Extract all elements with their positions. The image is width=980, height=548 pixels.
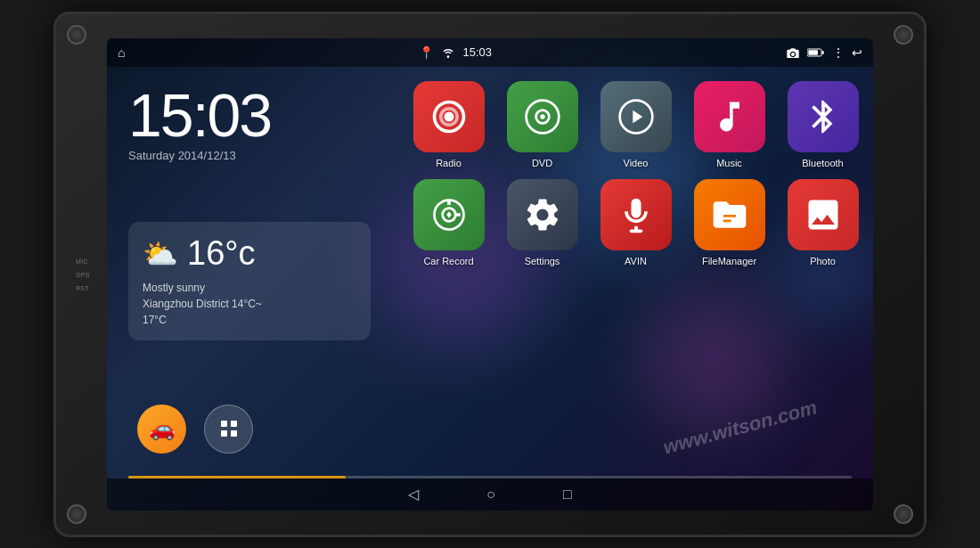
app-radio[interactable]: Radio (406, 81, 491, 168)
clock-time: 15:03 (128, 85, 371, 145)
svg-point-10 (540, 114, 545, 119)
dock-row: 🚗 (128, 401, 371, 461)
app-video[interactable]: Video (593, 81, 678, 168)
screen: ⌂ 📍 15:03 ⋮ (107, 38, 873, 511)
app-dvd-box (507, 81, 578, 152)
svg-rect-20 (723, 219, 731, 222)
avin-icon (617, 195, 656, 234)
app-photo-label: Photo (810, 256, 836, 266)
app-avin-box (600, 179, 672, 250)
screw-bl (67, 504, 86, 524)
location-icon: 📍 (419, 45, 434, 60)
nav-back-button[interactable]: ◁ (401, 482, 426, 506)
status-right: ⋮ ↩ (786, 45, 862, 60)
app-bluetooth[interactable]: Bluetooth (780, 81, 865, 168)
nav-bar: ◁ ○ □ (107, 478, 873, 511)
weather-temperature: 16°c (187, 234, 255, 273)
screw-tr (894, 25, 913, 45)
wifi-icon (441, 47, 455, 58)
main-content: 15:03 Saturday 2014/12/13 ⛅ 16°c Mostly … (107, 67, 873, 478)
menu-icon[interactable]: ⋮ (832, 45, 845, 60)
clock-display: 15:03 Saturday 2014/12/13 (128, 85, 371, 162)
back-status-icon[interactable]: ↩ (852, 45, 862, 60)
svg-rect-18 (629, 229, 642, 233)
home-icon[interactable]: ⌂ (118, 45, 125, 60)
app-photo-box (788, 179, 859, 250)
app-settings[interactable]: Settings (500, 179, 584, 266)
screw-tl (67, 25, 86, 45)
filemanager-icon (710, 195, 749, 234)
svg-rect-16 (631, 198, 641, 217)
svg-point-7 (444, 111, 453, 121)
apps-grid-icon (218, 418, 240, 439)
settings-icon (523, 195, 562, 234)
app-photo[interactable]: Photo (780, 179, 865, 266)
carrecord-icon (429, 195, 469, 234)
dvd-icon (523, 97, 562, 136)
rst-label: RST (76, 284, 90, 290)
app-video-label: Video (624, 158, 649, 168)
car-emoji: 🚗 (149, 416, 176, 441)
status-bar: ⌂ 📍 15:03 ⋮ (107, 38, 873, 67)
app-bluetooth-box (788, 81, 859, 152)
svg-rect-19 (723, 215, 736, 217)
app-music-label: Music (716, 158, 742, 168)
weather-widget: ⛅ 16°c Mostly sunny Xiangzhou District 1… (128, 222, 371, 340)
dock-apps-icon[interactable] (204, 405, 253, 454)
app-settings-label: Settings (525, 256, 560, 266)
gps-label: GPS (76, 271, 90, 277)
apps-panel: Radio DVD (392, 67, 873, 478)
nav-home-button[interactable]: ○ (479, 483, 502, 506)
svg-rect-1 (808, 50, 818, 54)
status-time: 15:03 (462, 45, 492, 59)
status-left: ⌂ (118, 45, 125, 60)
app-carrecord-box (413, 179, 485, 250)
app-music[interactable]: Music (687, 81, 772, 168)
svg-rect-4 (231, 421, 237, 427)
app-radio-label: Radio (436, 158, 461, 168)
device-shell: MIC GPS RST ⌂ 📍 15:03 (53, 12, 927, 537)
app-music-box (694, 81, 765, 152)
app-row-1: Radio DVD (406, 81, 865, 168)
app-carrecord-label: Car Record (423, 256, 473, 266)
camera-icon (786, 47, 800, 58)
photo-icon (804, 195, 843, 234)
svg-rect-6 (231, 430, 237, 437)
mic-label: MIC (76, 258, 90, 264)
battery-icon (807, 47, 825, 58)
app-radio-box (413, 81, 485, 152)
left-panel: 15:03 Saturday 2014/12/13 ⛅ 16°c Mostly … (107, 67, 392, 478)
music-icon (710, 97, 749, 136)
weather-icon: ⛅ (143, 237, 178, 271)
svg-rect-3 (221, 421, 227, 427)
app-row-2: Car Record Settings (406, 179, 865, 266)
app-bluetooth-label: Bluetooth (802, 158, 843, 168)
video-icon (617, 97, 656, 136)
svg-rect-5 (221, 430, 227, 437)
radio-icon (429, 97, 469, 136)
clock-date: Saturday 2014/12/13 (128, 149, 371, 162)
app-dvd-label: DVD (532, 158, 552, 168)
screw-br (894, 504, 913, 524)
app-avin-label: AVIN (625, 256, 647, 266)
bluetooth-icon (804, 97, 843, 136)
app-filemanager-label: FileManager (702, 256, 756, 266)
svg-rect-2 (822, 51, 824, 54)
status-center: 📍 15:03 (419, 45, 492, 60)
weather-description: Mostly sunny Xiangzhou District 14°C~ 17… (143, 280, 356, 328)
app-filemanager[interactable]: FileManager (687, 179, 772, 266)
nav-recent-button[interactable]: □ (556, 483, 579, 506)
dock-car-icon[interactable]: 🚗 (137, 405, 186, 454)
app-settings-box (507, 179, 578, 250)
app-carrecord[interactable]: Car Record (406, 179, 491, 266)
app-avin[interactable]: AVIN (593, 179, 678, 266)
app-filemanager-box (694, 179, 765, 250)
app-dvd[interactable]: DVD (500, 81, 584, 168)
app-video-box (600, 81, 672, 152)
weather-top: ⛅ 16°c (143, 234, 356, 273)
side-buttons: MIC GPS RST (76, 258, 90, 290)
